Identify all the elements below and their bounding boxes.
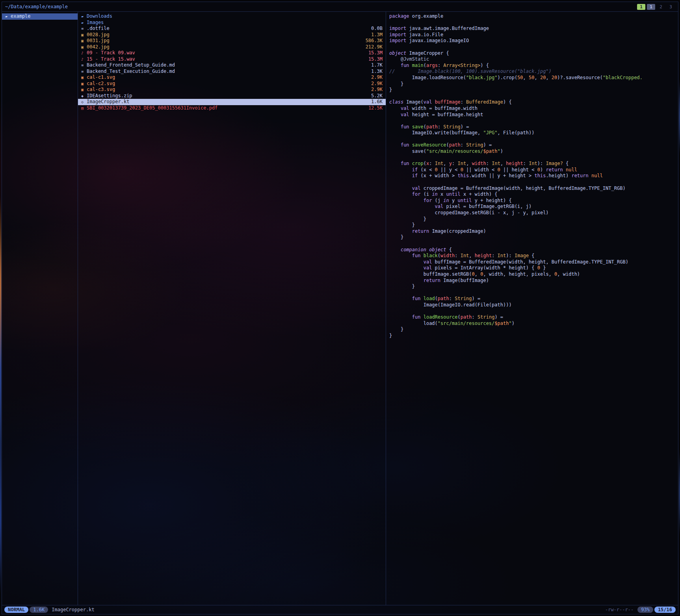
folder-icon: ▰: [5, 13, 11, 20]
panes-container: ▰example ▰Downloads▰Images≡.dotfile0.0B▣…: [2, 11, 678, 605]
file-row[interactable]: ▣cal-c3.svg2.9K: [78, 87, 386, 93]
file-name: 0031.jpg: [87, 38, 110, 44]
code-line: }: [389, 234, 678, 241]
code-line: val croppedImage = BufferedImage(width, …: [389, 186, 678, 192]
file-size: 12.5K: [364, 105, 383, 111]
file-name: Backend_Test_Execution_Guide.md: [87, 69, 175, 75]
status-filename: ImageCropper.kt: [52, 607, 94, 612]
file-name: IDEAsettings.zip: [87, 93, 132, 99]
tab-bar: 1123: [637, 4, 675, 10]
file-row[interactable]: ≡Backend_Frontend_Setup_Guide.md1.7K: [78, 62, 386, 69]
pdf-icon: ▤: [81, 105, 87, 111]
file-row[interactable]: ▣0031.jpg586.3K: [78, 38, 386, 44]
status-bar: NORMAL 1.6K ImageCropper.kt -rw-r--r-- 9…: [2, 605, 678, 614]
file-row[interactable]: ≡.dotfile0.0B: [78, 26, 386, 32]
file-row[interactable]: ◇ImageCropper.kt1.6K: [78, 99, 386, 105]
code-line: val pixel = buffImage.getRGB(i, j): [389, 204, 678, 210]
code-line: }: [389, 81, 678, 87]
file-name: cal-c2.svg: [87, 81, 115, 87]
file-row[interactable]: ♪15 - Track 15.wav15.3M: [78, 56, 386, 63]
code-line: }: [389, 216, 678, 223]
code-line: val height = buffImage.height: [389, 112, 678, 118]
code-line: import java.awt.image.BufferedImage: [389, 26, 678, 32]
tab-3[interactable]: 2: [657, 4, 665, 10]
code-line: load("src/main/resources/$path"): [389, 321, 678, 327]
tab-4[interactable]: 3: [667, 4, 675, 10]
file-name: Images: [87, 20, 104, 26]
file-size: 212.9K: [362, 44, 383, 50]
file-row[interactable]: ▣cal-c1.svg2.9K: [78, 74, 386, 81]
code-line: fun main(args: Array<String>) {: [389, 63, 678, 69]
image-icon: ▣: [81, 44, 87, 50]
file-size: 2.9K: [367, 87, 383, 93]
code-line: }: [389, 222, 678, 228]
code-line: [389, 179, 678, 186]
code-line: // Image.black(100, 100).saveResource("b…: [389, 69, 678, 75]
code-line: [389, 118, 678, 124]
terminal-window: ~/Data/example/example 1123 ▰example ▰Do…: [2, 2, 678, 614]
code-line: fun saveResource(path: String) =: [389, 142, 678, 148]
file-size: 2.9K: [367, 74, 383, 81]
folder-icon: ▰: [81, 20, 87, 26]
header-bar: ~/Data/example/example 1123: [2, 2, 678, 11]
file-row[interactable]: ▰Images: [78, 20, 386, 26]
file-row[interactable]: ◈IDEAsettings.zip5.2K: [78, 93, 386, 99]
file-list-pane[interactable]: ▰Downloads▰Images≡.dotfile0.0B▣0028.jpg1…: [78, 12, 386, 605]
code-line: import java.io.File: [389, 32, 678, 38]
scroll-percent-badge: 93%: [637, 607, 653, 613]
file-row[interactable]: ▣0028.jpg1.3M: [78, 32, 386, 38]
code-icon: ◇: [81, 99, 87, 105]
file-name: 0028.jpg: [87, 32, 110, 38]
code-line: [389, 241, 678, 247]
code-line: [389, 155, 678, 161]
file-row[interactable]: ≡Backend_Test_Execution_Guide.md1.3K: [78, 69, 386, 75]
audio-icon: ♪: [81, 50, 87, 56]
file-row[interactable]: ▤SBI_0032013739_2023_DE05_0003155631Invo…: [78, 105, 386, 111]
file-row[interactable]: ♪09 - Track 09.wav15.3M: [78, 50, 386, 56]
file-size: 15.3M: [364, 50, 383, 56]
code-line: fun black(width: Int, height: Int): Imag…: [389, 253, 678, 259]
file-size: 2.9K: [367, 81, 383, 87]
file-row[interactable]: ▰Downloads: [78, 13, 386, 20]
file-name: cal-c3.svg: [87, 87, 115, 93]
code-line: companion object {: [389, 247, 678, 253]
tab-2[interactable]: 1: [647, 4, 655, 10]
file-size: 1.3M: [367, 32, 383, 38]
status-right: -rw-r--r-- 93% 15/16: [605, 607, 676, 613]
image-icon: ▣: [81, 81, 87, 87]
code-line: class Image(val buffImage: BufferedImage…: [389, 99, 678, 106]
file-size: 15.3M: [364, 56, 383, 63]
file-size-badge: 1.6K: [30, 607, 48, 613]
file-size: 586.3K: [362, 38, 383, 44]
code-line: if (x < 0 || y < 0 || width < 0 || heigh…: [389, 167, 678, 173]
code-line: ImageIO.write(buffImage, "JPG", File(pat…: [389, 130, 678, 136]
code-line: package org.example: [389, 13, 678, 20]
code-line: }: [389, 333, 678, 339]
code-line: for (j in y until y + height) {: [389, 198, 678, 204]
code-line: object ImageCropper {: [389, 50, 678, 57]
image-icon: ▣: [81, 38, 87, 44]
file-row[interactable]: ▰example: [2, 13, 78, 20]
code-line: [389, 93, 678, 100]
code-line: fun loadResource(path: String) =: [389, 314, 678, 321]
file-size: 1.6K: [367, 99, 383, 105]
code-line: fun save(path: String) =: [389, 124, 678, 130]
code-line: return Image(croppedImage): [389, 228, 678, 235]
file-row[interactable]: ▣0042.jpg212.9K: [78, 44, 386, 50]
document-icon: ≡: [81, 26, 87, 32]
file-size: 5.2K: [367, 93, 383, 99]
file-row[interactable]: ▣cal-c2.svg2.9K: [78, 81, 386, 87]
file-preview-pane[interactable]: package org.example import java.awt.imag…: [386, 12, 678, 605]
file-permissions: -rw-r--r--: [605, 607, 634, 612]
code-line: [389, 44, 678, 50]
code-line: return Image(buffImage): [389, 278, 678, 284]
parent-directory-pane[interactable]: ▰example: [2, 12, 78, 605]
image-icon: ▣: [81, 87, 87, 93]
code-line: [389, 136, 678, 143]
code-line: val pixels = IntArray(width * height) { …: [389, 265, 678, 271]
audio-icon: ♪: [81, 56, 87, 63]
file-name: Downloads: [87, 13, 112, 20]
tab-1[interactable]: 1: [637, 4, 645, 10]
file-size: 1.3K: [367, 69, 383, 75]
file-size: 0.0B: [367, 26, 383, 32]
